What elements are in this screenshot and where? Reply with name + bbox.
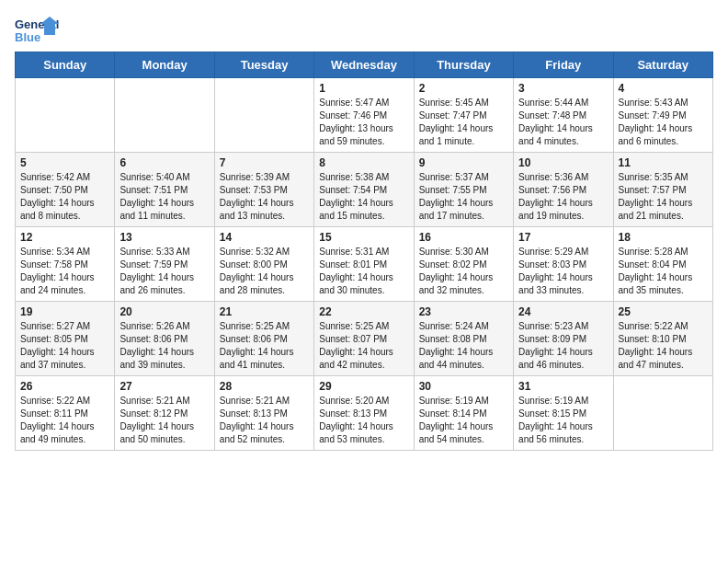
- day-info: Sunrise: 5:35 AMSunset: 7:57 PMDaylight:…: [619, 171, 708, 223]
- day-header-wednesday: Wednesday: [314, 52, 414, 78]
- day-number: 9: [419, 156, 508, 169]
- calendar-cell: 10Sunrise: 5:36 AMSunset: 7:56 PMDayligh…: [514, 153, 613, 227]
- calendar-cell: 20Sunrise: 5:26 AMSunset: 8:06 PMDayligh…: [115, 302, 214, 376]
- day-info: Sunrise: 5:22 AMSunset: 8:11 PMDaylight:…: [20, 395, 109, 446]
- day-header-friday: Friday: [514, 52, 613, 78]
- day-info: Sunrise: 5:25 AMSunset: 8:06 PMDaylight:…: [220, 320, 309, 372]
- day-info: Sunrise: 5:24 AMSunset: 8:08 PMDaylight:…: [419, 320, 508, 372]
- day-info: Sunrise: 5:29 AMSunset: 8:03 PMDaylight:…: [518, 246, 608, 297]
- day-info: Sunrise: 5:20 AMSunset: 8:13 PMDaylight:…: [319, 395, 408, 446]
- day-info: Sunrise: 5:30 AMSunset: 8:02 PMDaylight:…: [419, 246, 508, 297]
- day-number: 10: [518, 156, 608, 169]
- calendar-cell: 21Sunrise: 5:25 AMSunset: 8:06 PMDayligh…: [214, 302, 313, 376]
- calendar-table: SundayMondayTuesdayWednesdayThursdayFrid…: [15, 52, 713, 451]
- day-number: 25: [619, 305, 708, 318]
- day-info: Sunrise: 5:39 AMSunset: 7:53 PMDaylight:…: [220, 171, 309, 223]
- calendar-cell: 2Sunrise: 5:45 AMSunset: 7:47 PMDaylight…: [414, 78, 513, 153]
- calendar-week-5: 26Sunrise: 5:22 AMSunset: 8:11 PMDayligh…: [16, 376, 713, 451]
- calendar-cell: 27Sunrise: 5:21 AMSunset: 8:12 PMDayligh…: [115, 376, 214, 451]
- day-header-saturday: Saturday: [613, 52, 712, 78]
- calendar-cell: 4Sunrise: 5:43 AMSunset: 7:49 PMDaylight…: [613, 78, 712, 153]
- calendar-cell: 19Sunrise: 5:27 AMSunset: 8:05 PMDayligh…: [16, 302, 115, 376]
- calendar-cell: 13Sunrise: 5:33 AMSunset: 7:59 PMDayligh…: [115, 227, 214, 302]
- calendar-cell: 16Sunrise: 5:30 AMSunset: 8:02 PMDayligh…: [414, 227, 513, 302]
- day-number: 1: [319, 82, 408, 95]
- calendar-week-3: 12Sunrise: 5:34 AMSunset: 7:58 PMDayligh…: [16, 227, 713, 302]
- day-number: 16: [419, 231, 508, 244]
- header: GeneralBlue: [15, 15, 713, 48]
- day-number: 4: [619, 82, 708, 95]
- day-number: 31: [518, 380, 608, 393]
- day-number: 2: [419, 82, 508, 95]
- day-number: 24: [518, 305, 608, 318]
- calendar-cell: 23Sunrise: 5:24 AMSunset: 8:08 PMDayligh…: [414, 302, 513, 376]
- day-info: Sunrise: 5:45 AMSunset: 7:47 PMDaylight:…: [419, 97, 508, 148]
- day-number: 28: [220, 380, 309, 393]
- day-number: 6: [119, 156, 209, 169]
- day-header-sunday: Sunday: [16, 52, 115, 78]
- calendar-cell: [613, 376, 712, 451]
- calendar-cell: 15Sunrise: 5:31 AMSunset: 8:01 PMDayligh…: [314, 227, 414, 302]
- day-number: 17: [518, 231, 608, 244]
- calendar-cell: 29Sunrise: 5:20 AMSunset: 8:13 PMDayligh…: [314, 376, 414, 451]
- day-header-monday: Monday: [115, 52, 214, 78]
- calendar-cell: 31Sunrise: 5:19 AMSunset: 8:15 PMDayligh…: [514, 376, 613, 451]
- day-number: 23: [419, 305, 508, 318]
- calendar-cell: 26Sunrise: 5:22 AMSunset: 8:11 PMDayligh…: [16, 376, 115, 451]
- day-info: Sunrise: 5:22 AMSunset: 8:10 PMDaylight:…: [619, 320, 708, 372]
- day-number: 12: [20, 231, 109, 244]
- day-info: Sunrise: 5:40 AMSunset: 7:51 PMDaylight:…: [119, 171, 209, 223]
- day-header-thursday: Thursday: [414, 52, 513, 78]
- calendar-cell: 14Sunrise: 5:32 AMSunset: 8:00 PMDayligh…: [214, 227, 313, 302]
- day-info: Sunrise: 5:31 AMSunset: 8:01 PMDaylight:…: [319, 246, 408, 297]
- calendar-cell: 7Sunrise: 5:39 AMSunset: 7:53 PMDaylight…: [214, 153, 313, 227]
- day-number: 30: [419, 380, 508, 393]
- day-number: 29: [319, 380, 408, 393]
- day-number: 14: [220, 231, 309, 244]
- calendar-cell: 6Sunrise: 5:40 AMSunset: 7:51 PMDaylight…: [115, 153, 214, 227]
- calendar-week-2: 5Sunrise: 5:42 AMSunset: 7:50 PMDaylight…: [16, 153, 713, 227]
- calendar-cell: 12Sunrise: 5:34 AMSunset: 7:58 PMDayligh…: [16, 227, 115, 302]
- calendar-cell: 8Sunrise: 5:38 AMSunset: 7:54 PMDaylight…: [314, 153, 414, 227]
- day-info: Sunrise: 5:38 AMSunset: 7:54 PMDaylight:…: [319, 171, 408, 223]
- calendar-cell: 18Sunrise: 5:28 AMSunset: 8:04 PMDayligh…: [613, 227, 712, 302]
- day-info: Sunrise: 5:26 AMSunset: 8:06 PMDaylight:…: [119, 320, 209, 372]
- day-number: 3: [518, 82, 608, 95]
- day-number: 20: [119, 305, 209, 318]
- day-info: Sunrise: 5:44 AMSunset: 7:48 PMDaylight:…: [518, 97, 608, 148]
- day-number: 5: [20, 156, 109, 169]
- day-number: 22: [319, 305, 408, 318]
- calendar-cell: [115, 78, 214, 153]
- calendar-header-row: SundayMondayTuesdayWednesdayThursdayFrid…: [16, 52, 713, 78]
- day-number: 18: [619, 231, 708, 244]
- day-info: Sunrise: 5:23 AMSunset: 8:09 PMDaylight:…: [518, 320, 608, 372]
- calendar-cell: 30Sunrise: 5:19 AMSunset: 8:14 PMDayligh…: [414, 376, 513, 451]
- day-info: Sunrise: 5:32 AMSunset: 8:00 PMDaylight:…: [220, 246, 309, 297]
- calendar-cell: 5Sunrise: 5:42 AMSunset: 7:50 PMDaylight…: [16, 153, 115, 227]
- day-number: 13: [119, 231, 209, 244]
- calendar-cell: 1Sunrise: 5:47 AMSunset: 7:46 PMDaylight…: [314, 78, 414, 153]
- calendar-cell: 28Sunrise: 5:21 AMSunset: 8:13 PMDayligh…: [214, 376, 313, 451]
- calendar-cell: [16, 78, 115, 153]
- day-info: Sunrise: 5:36 AMSunset: 7:56 PMDaylight:…: [518, 171, 608, 223]
- day-info: Sunrise: 5:47 AMSunset: 7:46 PMDaylight:…: [319, 97, 408, 148]
- day-info: Sunrise: 5:33 AMSunset: 7:59 PMDaylight:…: [119, 246, 209, 297]
- day-info: Sunrise: 5:21 AMSunset: 8:12 PMDaylight:…: [119, 395, 209, 446]
- calendar-cell: 9Sunrise: 5:37 AMSunset: 7:55 PMDaylight…: [414, 153, 513, 227]
- logo: GeneralBlue: [15, 15, 61, 48]
- day-info: Sunrise: 5:34 AMSunset: 7:58 PMDaylight:…: [20, 246, 109, 297]
- calendar-cell: 17Sunrise: 5:29 AMSunset: 8:03 PMDayligh…: [514, 227, 613, 302]
- day-number: 26: [20, 380, 109, 393]
- calendar-cell: 11Sunrise: 5:35 AMSunset: 7:57 PMDayligh…: [613, 153, 712, 227]
- day-info: Sunrise: 5:27 AMSunset: 8:05 PMDaylight:…: [20, 320, 109, 372]
- day-number: 21: [220, 305, 309, 318]
- calendar-cell: [214, 78, 313, 153]
- calendar-cell: 3Sunrise: 5:44 AMSunset: 7:48 PMDaylight…: [514, 78, 613, 153]
- day-number: 7: [220, 156, 309, 169]
- calendar-cell: 22Sunrise: 5:25 AMSunset: 8:07 PMDayligh…: [314, 302, 414, 376]
- day-info: Sunrise: 5:43 AMSunset: 7:49 PMDaylight:…: [619, 97, 708, 148]
- day-info: Sunrise: 5:19 AMSunset: 8:14 PMDaylight:…: [419, 395, 508, 446]
- day-number: 8: [319, 156, 408, 169]
- calendar-week-1: 1Sunrise: 5:47 AMSunset: 7:46 PMDaylight…: [16, 78, 713, 153]
- day-number: 15: [319, 231, 408, 244]
